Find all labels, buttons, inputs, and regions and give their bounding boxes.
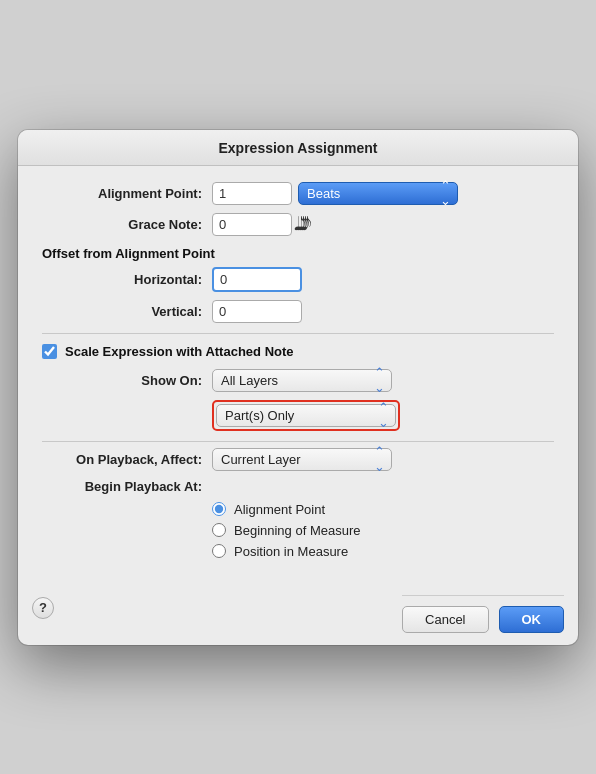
parts-only-wrapper: Part(s) Only Score and Parts Score Only … <box>212 400 554 431</box>
radio-alignment-point-label: Alignment Point <box>234 502 325 517</box>
ok-button[interactable]: OK <box>499 606 565 633</box>
beats-select[interactable]: Beats <box>298 182 458 205</box>
playback-affect-select[interactable]: Current Layer All Layers <box>212 448 392 471</box>
title-text: Expression Assignment <box>219 140 378 156</box>
divider-1 <box>42 333 554 334</box>
vertical-row: Vertical: <box>42 300 554 323</box>
bottom-bar: ? Cancel OK <box>18 583 578 645</box>
playback-affect-row: On Playback, Affect: Current Layer All L… <box>42 448 554 471</box>
horizontal-row: Horizontal: <box>42 267 554 292</box>
divider-2 <box>42 441 554 442</box>
cancel-button[interactable]: Cancel <box>402 606 488 633</box>
show-on-row: Show On: All Layers Current Layer Score … <box>42 369 554 392</box>
playback-affect-label: On Playback, Affect: <box>42 452 212 467</box>
radio-beginning-measure-row: Beginning of Measure <box>212 523 554 538</box>
grace-note-label: Grace Note: <box>42 217 212 232</box>
dialog-title: Expression Assignment <box>18 130 578 166</box>
horizontal-input[interactable] <box>212 267 302 292</box>
expression-assignment-dialog: Expression Assignment Alignment Point: B… <box>18 130 578 645</box>
begin-playback-label: Begin Playback At: <box>42 479 212 494</box>
radio-alignment-point-row: Alignment Point <box>212 502 554 517</box>
parts-only-highlight-box: Part(s) Only Score and Parts Score Only … <box>212 400 400 431</box>
alignment-point-input[interactable] <box>212 182 292 205</box>
grace-note-row: Grace Note: 𝅘𝅥𝅮𝅘𝅥𝅮𝅘𝅥𝅮𝅘𝅥𝅮♩ <box>42 213 554 236</box>
grace-note-group: 𝅘𝅥𝅮𝅘𝅥𝅮𝅘𝅥𝅮𝅘𝅥𝅮♩ <box>212 213 302 236</box>
radio-position-measure-row: Position in Measure <box>212 544 554 559</box>
show-on-select[interactable]: All Layers Current Layer Score Only <box>212 369 392 392</box>
action-buttons: Cancel OK <box>402 595 564 633</box>
show-on-label: Show On: <box>42 373 212 388</box>
radio-alignment-point[interactable] <box>212 502 226 516</box>
radio-position-in-measure[interactable] <box>212 544 226 558</box>
begin-playback-label-row: Begin Playback At: <box>42 479 554 494</box>
radio-beginning-of-measure-label: Beginning of Measure <box>234 523 360 538</box>
playback-affect-select-wrapper: Current Layer All Layers ⌃⌄ <box>212 448 392 471</box>
scale-expression-label: Scale Expression with Attached Note <box>65 344 294 359</box>
scale-expression-checkbox[interactable] <box>42 344 57 359</box>
grace-note-input[interactable] <box>212 213 292 236</box>
horizontal-label: Horizontal: <box>42 272 212 287</box>
begin-playback-radio-group: Alignment Point Beginning of Measure Pos… <box>212 502 554 559</box>
show-on-select-wrapper: All Layers Current Layer Score Only ⌃⌄ <box>212 369 392 392</box>
alignment-point-row: Alignment Point: Beats ⌃⌄ <box>42 182 554 205</box>
vertical-input[interactable] <box>212 300 302 323</box>
scale-expression-row: Scale Expression with Attached Note <box>42 344 554 359</box>
beats-select-wrapper: Beats ⌃⌄ <box>298 182 458 205</box>
alignment-point-label: Alignment Point: <box>42 186 212 201</box>
offset-section-label: Offset from Alignment Point <box>42 246 554 261</box>
parts-only-select-wrapper: Part(s) Only Score and Parts Score Only … <box>216 404 396 427</box>
radio-position-in-measure-label: Position in Measure <box>234 544 348 559</box>
help-button[interactable]: ? <box>32 597 54 619</box>
radio-beginning-of-measure[interactable] <box>212 523 226 537</box>
vertical-label: Vertical: <box>42 304 212 319</box>
parts-only-select[interactable]: Part(s) Only Score and Parts Score Only <box>216 404 396 427</box>
alignment-point-group: Beats ⌃⌄ <box>212 182 458 205</box>
